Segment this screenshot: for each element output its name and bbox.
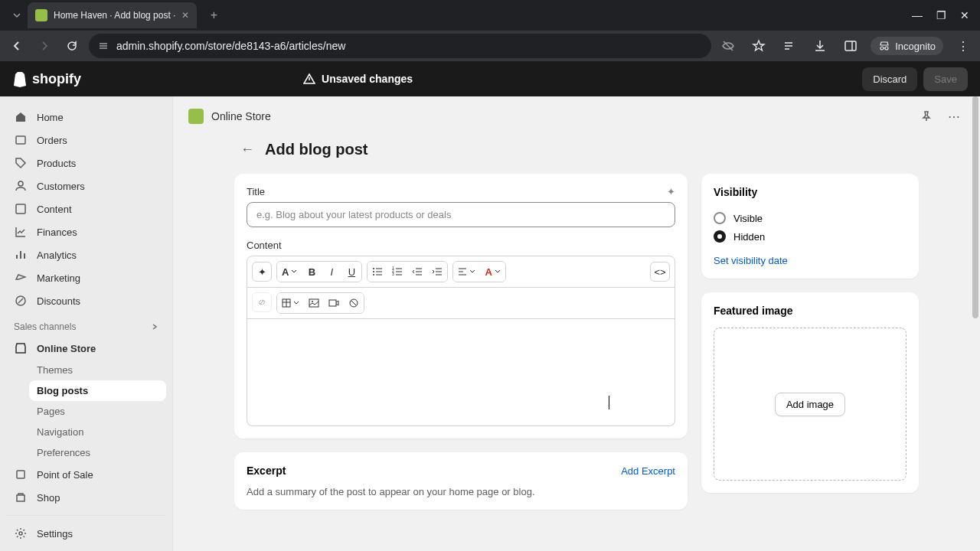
- title-label: Title: [247, 186, 265, 197]
- menu-icon[interactable]: ⋮: [952, 35, 974, 57]
- bullet-list-icon[interactable]: [368, 262, 387, 282]
- title-input[interactable]: [247, 202, 675, 227]
- sidebar-item-products[interactable]: Products: [6, 152, 166, 174]
- sidebar-item-customers[interactable]: Customers: [6, 174, 166, 197]
- paragraph-style-dropdown[interactable]: A: [277, 262, 302, 282]
- sidebar-item-shop[interactable]: Shop: [6, 486, 166, 509]
- shopify-logo[interactable]: shopify: [12, 70, 81, 87]
- sparkle-icon[interactable]: ✦: [667, 186, 675, 197]
- sidebar-item-orders[interactable]: Orders: [6, 129, 166, 152]
- align-dropdown[interactable]: [453, 262, 480, 282]
- set-visibility-date-link[interactable]: Set visibility date: [714, 255, 906, 266]
- maximize-icon[interactable]: ❐: [936, 9, 946, 21]
- svg-point-16: [312, 301, 313, 302]
- sidebar-item-online-store[interactable]: Online Store: [6, 337, 166, 360]
- svg-rect-17: [329, 300, 336, 306]
- underline-icon[interactable]: U: [341, 262, 361, 282]
- more-icon[interactable]: ⋯: [943, 106, 965, 127]
- indent-icon[interactable]: [427, 262, 447, 282]
- link-icon[interactable]: [252, 292, 272, 312]
- close-tab-icon[interactable]: ✕: [181, 10, 189, 21]
- back-icon[interactable]: [6, 35, 28, 57]
- italic-icon[interactable]: I: [322, 262, 341, 282]
- title-content-card: Title ✦ Content ✦ A B I U: [234, 174, 688, 439]
- main-content: Online Store ⋯ ← Add blog post Title ✦ C…: [173, 96, 980, 551]
- excerpt-description: Add a summary of the post to appear on y…: [247, 486, 675, 497]
- video-icon[interactable]: [324, 293, 344, 313]
- discounts-icon: [14, 294, 28, 308]
- color-dropdown[interactable]: A: [480, 262, 505, 282]
- sidebar-item-marketing[interactable]: Marketing: [6, 266, 166, 289]
- forward-icon[interactable]: [34, 35, 55, 57]
- reload-icon[interactable]: [61, 35, 83, 57]
- table-dropdown[interactable]: [277, 293, 304, 313]
- address-bar[interactable]: admin.shopify.com/store/de8143-a6/articl…: [89, 34, 711, 58]
- browser-tab-strip: Home Haven · Add blog post · ✕ + — ❐ ✕: [0, 0, 980, 31]
- sidebar-item-pos[interactable]: Point of Sale: [6, 463, 166, 486]
- visibility-hidden-radio[interactable]: Hidden: [714, 227, 906, 246]
- outdent-icon[interactable]: [407, 262, 427, 282]
- url-text: admin.shopify.com/store/de8143-a6/articl…: [116, 40, 345, 52]
- svg-text:3: 3: [392, 272, 394, 276]
- tab-title: Home Haven · Add blog post ·: [54, 10, 175, 21]
- shopify-header: shopify Unsaved changes Discard Save: [0, 61, 980, 96]
- star-icon[interactable]: [748, 35, 769, 57]
- image-drop-zone[interactable]: Add image: [714, 328, 906, 481]
- eye-off-icon[interactable]: [717, 35, 739, 57]
- content-label: Content: [247, 240, 675, 251]
- products-icon: [14, 156, 28, 170]
- page-title: Add blog post: [265, 141, 368, 158]
- back-button[interactable]: ←: [240, 142, 254, 158]
- minimize-icon[interactable]: —: [912, 9, 923, 21]
- sidebar-item-preferences[interactable]: Preferences: [29, 442, 166, 463]
- image-icon[interactable]: [304, 293, 324, 313]
- number-list-icon[interactable]: 123: [387, 262, 407, 282]
- unsaved-changes-badge: Unsaved changes: [303, 73, 413, 85]
- add-excerpt-link[interactable]: Add Excerpt: [621, 465, 675, 477]
- favicon-icon: [35, 9, 47, 21]
- pin-icon[interactable]: [916, 106, 937, 127]
- breadcrumb[interactable]: Online Store: [211, 110, 271, 122]
- visibility-card: Visibility Visible Hidden Set visibility…: [701, 174, 919, 279]
- sales-channels-label[interactable]: Sales channels: [6, 312, 166, 337]
- svg-point-9: [373, 271, 374, 272]
- sidebar-item-content[interactable]: Content: [6, 197, 166, 220]
- sidebar-item-finances[interactable]: Finances: [6, 220, 166, 243]
- new-tab-button[interactable]: +: [203, 5, 224, 26]
- pos-icon: [14, 468, 28, 481]
- bold-icon[interactable]: B: [302, 262, 322, 282]
- content-editor[interactable]: [247, 319, 675, 426]
- visibility-visible-radio[interactable]: Visible: [714, 209, 906, 227]
- code-view-icon[interactable]: <>: [650, 262, 670, 282]
- incognito-badge[interactable]: Incognito: [871, 37, 943, 55]
- ai-assist-icon[interactable]: ✦: [252, 262, 272, 282]
- excerpt-title: Excerpt: [247, 465, 286, 477]
- shopify-bag-icon: [12, 70, 28, 87]
- download-icon[interactable]: [809, 35, 831, 57]
- playlist-icon[interactable]: [779, 35, 800, 57]
- orders-icon: [14, 133, 28, 147]
- discard-button[interactable]: Discard: [862, 67, 917, 91]
- chevron-right-icon: [151, 323, 158, 331]
- sidebar-item-blog-posts[interactable]: Blog posts: [29, 380, 166, 401]
- close-window-icon[interactable]: ✕: [960, 9, 969, 21]
- side-panel-icon[interactable]: [840, 35, 861, 57]
- browser-tab[interactable]: Home Haven · Add blog post · ✕: [28, 2, 197, 28]
- svg-rect-6: [17, 471, 24, 478]
- sidebar-item-navigation[interactable]: Navigation: [29, 422, 166, 442]
- tab-search-dropdown[interactable]: [6, 5, 28, 26]
- scrollbar[interactable]: [972, 96, 978, 318]
- sidebar-item-discounts[interactable]: Discounts: [6, 289, 166, 312]
- excerpt-card: Excerpt Add Excerpt Add a summary of the…: [234, 452, 688, 510]
- store-icon: [14, 341, 28, 355]
- clear-format-icon[interactable]: [344, 293, 364, 313]
- save-button[interactable]: Save: [923, 67, 968, 91]
- svg-rect-0: [845, 41, 856, 51]
- sidebar-item-themes[interactable]: Themes: [29, 360, 166, 380]
- add-image-button[interactable]: Add image: [775, 393, 845, 416]
- svg-point-3: [18, 181, 23, 186]
- sidebar-item-settings[interactable]: Settings: [6, 522, 166, 545]
- sidebar-item-home[interactable]: Home: [6, 106, 166, 129]
- sidebar-item-analytics[interactable]: Analytics: [6, 243, 166, 266]
- sidebar-item-pages[interactable]: Pages: [29, 401, 166, 422]
